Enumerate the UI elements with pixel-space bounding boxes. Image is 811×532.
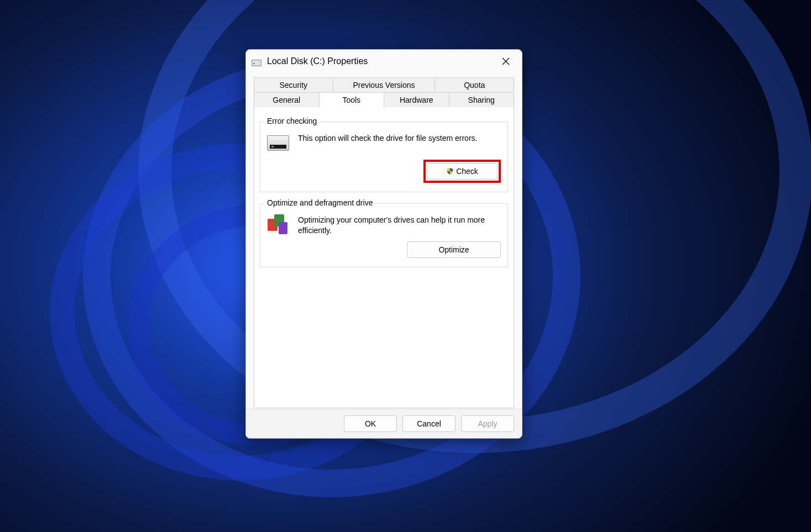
drive-icon <box>252 56 263 66</box>
window-title: Local Disk (C:) Properties <box>267 56 493 66</box>
error-checking-group: Error checking This option will check th… <box>260 122 508 192</box>
tab-tools[interactable]: Tools <box>319 92 385 108</box>
defrag-icon <box>267 214 289 236</box>
tab-general[interactable]: General <box>254 92 320 107</box>
drive-check-icon <box>267 132 289 154</box>
close-button[interactable] <box>493 52 519 70</box>
close-icon <box>501 57 510 66</box>
apply-button[interactable]: Apply <box>461 415 514 432</box>
error-checking-legend: Error checking <box>265 117 319 125</box>
tab-sharing[interactable]: Sharing <box>449 92 515 107</box>
check-button[interactable]: Check <box>427 163 498 180</box>
tab-hardware[interactable]: Hardware <box>384 92 449 107</box>
optimize-button[interactable]: Optimize <box>407 241 501 258</box>
optimize-button-label: Optimize <box>438 245 469 254</box>
optimize-description: Optimizing your computer's drives can he… <box>298 214 501 236</box>
cancel-button[interactable]: Cancel <box>402 415 456 432</box>
dialog-footer: OK Cancel Apply <box>246 409 522 438</box>
optimize-legend: Optimize and defragment drive <box>265 198 375 207</box>
tab-quota[interactable]: Quota <box>435 77 514 92</box>
highlight-annotation: Check <box>423 160 501 183</box>
ok-button[interactable]: OK <box>344 415 397 432</box>
tab-content-tools: Error checking This option will check th… <box>254 107 514 408</box>
error-checking-description: This option will check the drive for fil… <box>298 132 477 144</box>
optimize-group: Optimize and defragment drive Optimizing… <box>260 203 508 267</box>
titlebar[interactable]: Local Disk (C:) Properties <box>246 50 522 73</box>
uac-shield-icon <box>446 167 454 175</box>
tab-strip: Security Previous Versions Quota General… <box>254 77 514 108</box>
check-button-label: Check <box>456 167 478 176</box>
tab-previous-versions[interactable]: Previous Versions <box>333 77 436 92</box>
properties-dialog: Local Disk (C:) Properties Security Prev… <box>245 49 522 439</box>
tab-security[interactable]: Security <box>254 77 333 92</box>
